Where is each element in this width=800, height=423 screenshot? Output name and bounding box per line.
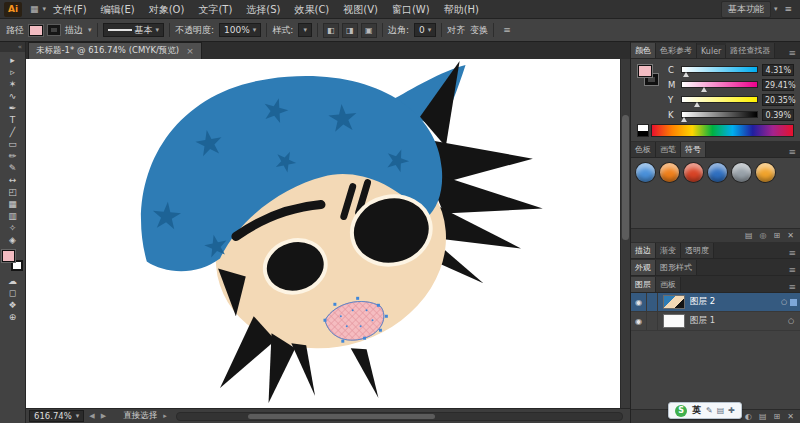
panel-menu-icon[interactable]: ≡ [784,265,800,275]
panel-tab[interactable]: 渐变 [656,243,681,258]
channel-value[interactable]: 4.31% [762,64,794,76]
visibility-eye-icon[interactable]: ◉ [631,312,647,331]
channel-slider[interactable] [681,96,758,103]
stroke-label[interactable]: 描边 [65,24,83,37]
channel-value[interactable]: 20.35% [762,94,794,106]
fill-swatch[interactable] [638,65,652,77]
symbol-thumbnail[interactable] [756,163,775,182]
layer-name[interactable]: 图层 2 [690,296,781,308]
chevron-down-icon[interactable]: ▾ [88,26,92,34]
workspace-switcher[interactable]: 基本功能 [721,1,771,18]
panel-tab[interactable]: 路径查找器 [726,43,775,58]
tool-item[interactable]: ▥ [3,210,23,222]
document-tab[interactable]: 未标题-1* @ 616.74% (CMYK/预览) × [28,42,202,59]
collapse-toolbar-icon[interactable]: « [0,42,25,52]
prev-artboard-icon[interactable]: ◀ [88,412,95,420]
lock-column[interactable] [647,312,658,330]
layer-thumbnail[interactable] [663,314,685,328]
fill-color-swatch[interactable] [29,25,43,36]
opacity-select[interactable]: 100% ▾ [219,23,261,37]
panel-tab[interactable]: 画笔 [656,142,681,157]
tool-item[interactable]: ╱ [3,126,23,138]
menu-item[interactable]: 文件(F) [46,0,94,19]
stroke-color-swatch[interactable] [48,25,60,35]
ime-tool-icon[interactable]: ✚ [728,406,735,415]
color-fill-stroke[interactable] [637,64,661,110]
symbol-thumbnail[interactable] [708,163,727,182]
panel-tab[interactable]: 色彩参考 [656,43,697,58]
menu-item[interactable]: 窗口(W) [385,0,437,19]
slider-knob[interactable] [694,102,700,107]
panel-tab[interactable]: 外观 [631,260,656,275]
panel-tab[interactable]: 图层 [631,277,656,292]
status-popup-icon[interactable]: ▸ [162,412,168,420]
tool-item[interactable]: ✒ [3,102,23,114]
ime-tool-icon[interactable]: ▤ [717,406,725,415]
spectrum-ramp[interactable] [651,124,794,137]
control-icon-button[interactable]: ◧ [323,23,339,38]
panel-tab[interactable]: 色板 [631,142,656,157]
tool-item[interactable]: ◻ [3,287,23,299]
panel-menu-icon[interactable]: ≡ [780,4,796,14]
align-button[interactable]: 对齐 [447,24,465,37]
panel-menu-icon[interactable]: ≡ [784,48,800,58]
tool-item[interactable]: ↔ [3,174,23,186]
panel-tab[interactable]: 透明度 [681,243,714,258]
panel-menu-icon[interactable]: ≡ [499,25,515,35]
tool-item[interactable]: ◈ [3,234,23,246]
panel-menu-icon[interactable]: ≡ [784,282,800,292]
target-circle-icon[interactable]: ○ [788,317,794,325]
ime-language-toggle[interactable]: 英 [692,404,701,417]
tool-item[interactable]: ✧ [3,222,23,234]
menu-item[interactable]: 文字(T) [191,0,239,19]
channel-slider[interactable] [681,111,758,118]
tool-item[interactable]: ✶ [3,78,23,90]
slider-knob[interactable] [701,87,707,92]
corner-value-stepper[interactable]: 0 ▾ [414,23,436,37]
panel-tab[interactable]: 图形样式 [656,260,697,275]
vertical-scrollbar-thumb[interactable] [622,115,629,241]
tool-item[interactable]: ✎ [3,162,23,174]
color-spectrum[interactable] [637,124,794,137]
control-icon-button[interactable]: ◨ [342,23,358,38]
ime-logo-icon[interactable]: S [675,405,687,417]
panel-tab[interactable]: 颜色 [631,43,656,58]
symbol-thumbnail[interactable] [636,163,655,182]
horizontal-scrollbar[interactable] [176,412,623,421]
artboard[interactable] [26,59,620,408]
panel-menu-icon[interactable]: ≡ [784,248,800,258]
tool-item[interactable]: ▸ [3,54,23,66]
layer-thumbnail[interactable] [663,295,685,309]
panel-footer-icon[interactable]: ⊞ [774,231,781,240]
slider-knob[interactable] [683,72,689,77]
panel-footer-icon[interactable]: ⊞ [774,412,781,421]
symbol-thumbnail[interactable] [660,163,679,182]
slider-knob[interactable] [681,117,687,122]
symbol-thumbnail[interactable] [732,163,751,182]
panel-tab[interactable]: 画板 [656,277,681,292]
horizontal-scrollbar-thumb[interactable] [248,414,435,419]
menu-item[interactable]: 编辑(E) [94,0,142,19]
channel-slider[interactable] [681,81,758,88]
close-icon[interactable]: × [186,46,194,56]
zoom-level-select[interactable]: 616.74% ▾ [29,410,84,422]
panel-tab[interactable]: 符号 [681,142,706,157]
brush-definition-select[interactable]: 基本 ▾ [103,23,165,37]
panel-footer-icon[interactable]: ✕ [787,231,794,240]
next-artboard-icon[interactable]: ▶ [100,412,107,420]
symbol-thumbnail[interactable] [684,163,703,182]
panel-menu-icon[interactable]: ≡ [784,147,800,157]
menu-item[interactable]: 效果(C) [287,0,336,19]
app-logo-icon[interactable]: Ai [4,2,22,17]
tool-item[interactable]: ❖ [3,299,23,311]
layer-row[interactable]: ◉ 图层 1 ○ [631,312,800,331]
tool-item[interactable]: ✏ [3,150,23,162]
menu-item[interactable]: 视图(V) [336,0,385,19]
canvas[interactable] [26,59,630,408]
tool-item[interactable]: ⊕ [3,311,23,323]
menu-item[interactable]: 帮助(H) [437,0,486,19]
transform-button[interactable]: 变换 [470,24,488,37]
layer-row[interactable]: ◉ 图层 2 ○ [631,293,800,312]
tool-item[interactable]: ∿ [3,90,23,102]
panel-tab[interactable]: 描边 [631,243,656,258]
